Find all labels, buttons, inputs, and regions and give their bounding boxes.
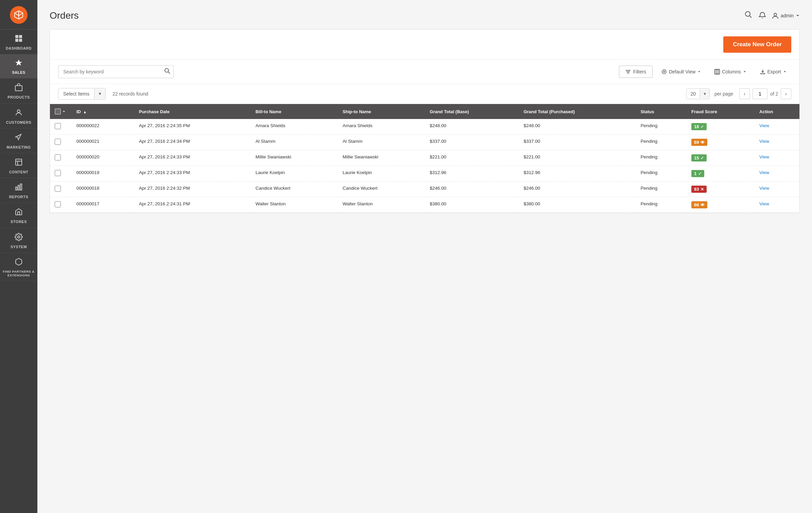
row-grand-total-purchased: $380.00 xyxy=(519,197,636,213)
filters-button[interactable]: Filters xyxy=(619,66,653,78)
select-items-wrap: Select Items ▼ xyxy=(58,88,106,100)
svg-point-13 xyxy=(745,12,750,16)
sidebar-item-content[interactable]: CONTENT xyxy=(0,153,37,178)
row-ship-to: Laurie Koelpin xyxy=(338,166,425,182)
row-grand-total-base: $380.00 xyxy=(425,197,519,213)
sidebar-item-system[interactable]: SYSTEM xyxy=(0,228,37,253)
table-row: 000000017 Apr 27, 2016 2:24:31 PM Walter… xyxy=(50,197,799,213)
row-grand-total-base: $312.96 xyxy=(425,166,519,182)
row-id: 000000019 xyxy=(72,166,134,182)
sidebar-item-dashboard-label: DASHBOARD xyxy=(6,46,32,51)
table-header-ship-to[interactable]: Ship-to Name xyxy=(338,104,425,119)
row-grand-total-purchased: $221.00 xyxy=(519,150,636,166)
sidebar-item-stores[interactable]: STORES xyxy=(0,203,37,228)
row-bill-to: Amara Shields xyxy=(251,119,338,135)
fraud-icon: 👁 xyxy=(701,203,705,207)
table-row: 000000021 Apr 27, 2016 2:24:34 PM Al Sta… xyxy=(50,135,799,150)
row-ship-to: Al Stamm xyxy=(338,135,425,150)
row-grand-total-purchased: $337.00 xyxy=(519,135,636,150)
view-link[interactable]: View xyxy=(759,186,769,191)
notifications-icon[interactable] xyxy=(758,11,766,20)
row-grand-total-purchased: $246.00 xyxy=(519,182,636,197)
pagination-wrap: 20 ▼ per page ‹ of 2 › xyxy=(686,88,791,99)
row-checkbox[interactable] xyxy=(55,123,61,129)
row-checkbox[interactable] xyxy=(55,170,61,176)
view-link[interactable]: View xyxy=(759,123,769,128)
find-partners-icon xyxy=(15,258,23,268)
fraud-score-value: 83 xyxy=(694,187,699,192)
row-purchase-date: Apr 27, 2016 2:24:33 PM xyxy=(134,166,251,182)
sidebar-item-find-partners[interactable]: FIND PARTNERS & EXTENSIONS xyxy=(0,253,37,281)
row-grand-total-base: $246.00 xyxy=(425,182,519,197)
row-ship-to: Amara Shields xyxy=(338,119,425,135)
row-action: View xyxy=(755,197,799,213)
row-ship-to: Candice Wuckert xyxy=(338,182,425,197)
row-bill-to: Walter Stanton xyxy=(251,197,338,213)
prev-page-button[interactable]: ‹ xyxy=(739,88,750,99)
table-header-bill-to[interactable]: Bill-to Name xyxy=(251,104,338,119)
create-new-order-button[interactable]: Create New Order xyxy=(723,36,791,53)
row-id: 000000020 xyxy=(72,150,134,166)
view-link[interactable]: View xyxy=(759,139,769,144)
table-header-grand-total-base[interactable]: Grand Total (Base) xyxy=(425,104,519,119)
default-view-button[interactable]: Default View xyxy=(657,66,706,78)
table-row: 000000019 Apr 27, 2016 2:24:33 PM Laurie… xyxy=(50,166,799,182)
select-items-label: Select Items xyxy=(58,88,94,99)
row-checkbox[interactable] xyxy=(55,201,61,207)
admin-label: admin xyxy=(781,13,794,18)
search-icon[interactable] xyxy=(745,11,752,20)
sidebar-item-dashboard[interactable]: DASHBOARD xyxy=(0,30,37,54)
table-header-grand-total-purchased[interactable]: Grand Total (Purchased) xyxy=(519,104,636,119)
search-submit-button[interactable] xyxy=(164,68,170,76)
row-checkbox-cell xyxy=(50,150,72,166)
row-checkbox[interactable] xyxy=(55,139,61,145)
per-page-label: per page xyxy=(714,91,733,97)
svg-point-21 xyxy=(662,70,666,74)
sidebar-item-reports-label: REPORTS xyxy=(9,195,29,199)
search-toolbar: Filters Default View Columns xyxy=(50,60,799,84)
row-bill-to: Al Stamm xyxy=(251,135,338,150)
row-bill-to: Millie Swaniawski xyxy=(251,150,338,166)
per-page-dropdown[interactable]: ▼ xyxy=(700,89,709,98)
row-id: 000000021 xyxy=(72,135,134,150)
header-checkbox[interactable] xyxy=(55,108,61,115)
search-input[interactable] xyxy=(58,65,174,78)
row-id: 000000017 xyxy=(72,197,134,213)
row-status: Pending xyxy=(636,166,687,182)
row-purchase-date: Apr 27, 2016 2:24:35 PM xyxy=(134,119,251,135)
table-header-id[interactable]: ID ▲ xyxy=(72,104,134,119)
view-link[interactable]: View xyxy=(759,154,769,159)
table-header-purchase-date[interactable]: Purchase Date xyxy=(134,104,251,119)
sidebar-item-products[interactable]: PRODUCTS xyxy=(0,79,37,103)
sidebar-item-customers[interactable]: CUSTOMERS xyxy=(0,104,37,129)
view-link[interactable]: View xyxy=(759,201,769,206)
page-title: Orders xyxy=(50,10,79,21)
table-header-fraud-score[interactable]: Fraud Score xyxy=(687,104,755,119)
fraud-score-value: 15 xyxy=(694,155,699,160)
fraud-score-value: 69 xyxy=(694,140,699,145)
sidebar-item-reports[interactable]: REPORTS xyxy=(0,178,37,203)
row-checkbox[interactable] xyxy=(55,186,61,192)
table-header-checkbox[interactable] xyxy=(50,104,72,119)
page-of: of 2 xyxy=(770,91,778,97)
svg-rect-3 xyxy=(19,39,22,42)
row-checkbox[interactable] xyxy=(55,154,61,160)
fraud-badge: 66 👁 xyxy=(691,201,707,208)
columns-button[interactable]: Columns xyxy=(710,66,751,78)
columns-label: Columns xyxy=(722,69,741,74)
sidebar-item-marketing[interactable]: MARKETING xyxy=(0,129,37,153)
export-button[interactable]: Export xyxy=(755,66,791,78)
fraud-score-value: 1 xyxy=(694,171,696,176)
next-page-button[interactable]: › xyxy=(781,88,791,99)
select-items-dropdown[interactable]: ▼ xyxy=(94,89,105,99)
fraud-badge: 83 ✕ xyxy=(691,186,707,193)
view-link[interactable]: View xyxy=(759,170,769,175)
table-header-status[interactable]: Status xyxy=(636,104,687,119)
filters-label: Filters xyxy=(633,69,646,74)
row-ship-to: Millie Swaniawski xyxy=(338,150,425,166)
page-number-input[interactable] xyxy=(753,88,767,99)
admin-menu[interactable]: admin xyxy=(772,12,800,19)
svg-rect-4 xyxy=(15,86,22,91)
sidebar-item-sales[interactable]: SALES xyxy=(0,54,37,79)
row-action: View xyxy=(755,182,799,197)
